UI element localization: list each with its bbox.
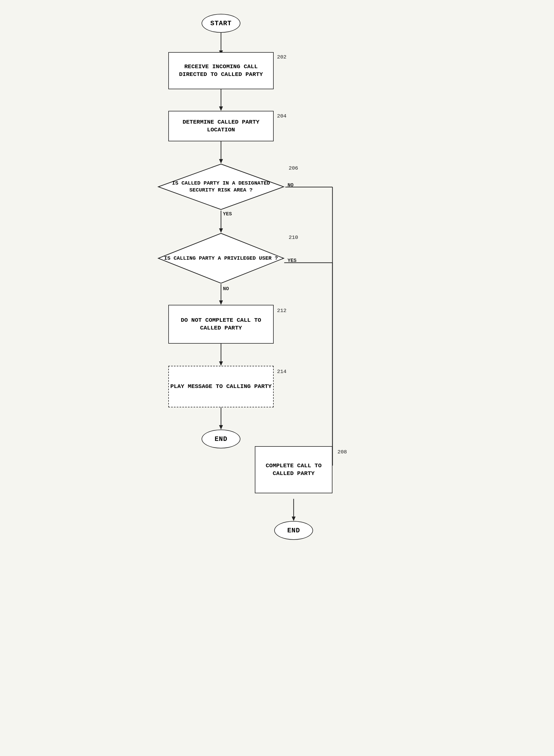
- node-206: IS CALLED PARTY IN A DESIGNATED SECURITY…: [157, 163, 285, 211]
- ref-206: 206: [289, 165, 298, 171]
- label-yes-206: YES: [223, 211, 232, 217]
- label-no-206: NO: [287, 182, 294, 188]
- node-214: PLAY MESSAGE TO CALLING PARTY: [168, 366, 274, 407]
- svg-marker-3: [219, 107, 223, 111]
- label-yes-210: YES: [287, 258, 296, 263]
- ref-214: 214: [277, 369, 286, 375]
- svg-marker-21: [292, 516, 295, 521]
- node-212: DO NOT COMPLETE CALL TO CALLED PARTY: [168, 305, 274, 343]
- svg-marker-17: [219, 361, 223, 366]
- flowchart-diagram: START RECEIVE INCOMING CALL DIRECTED TO …: [152, 11, 402, 676]
- start-node: START: [202, 14, 240, 33]
- svg-marker-15: [219, 300, 223, 305]
- node-202: RECEIVE INCOMING CALL DIRECTED TO CALLED…: [168, 52, 274, 89]
- ref-208: 208: [337, 449, 347, 455]
- label-no-210: NO: [223, 286, 229, 292]
- ref-210: 210: [289, 235, 298, 241]
- end-node-1: END: [202, 430, 240, 448]
- ref-212: 212: [277, 308, 286, 314]
- end-node-2: END: [274, 521, 313, 540]
- svg-marker-19: [219, 425, 223, 430]
- node-208: COMPLETE CALL TO CALLED PARTY: [255, 446, 332, 493]
- ref-202: 202: [277, 54, 286, 60]
- ref-204: 204: [277, 113, 286, 119]
- node-204: DETERMINE CALLED PARTY LOCATION: [168, 111, 274, 141]
- node-210: IS CALLING PARTY A PRIVILEGED USER ?: [157, 232, 285, 284]
